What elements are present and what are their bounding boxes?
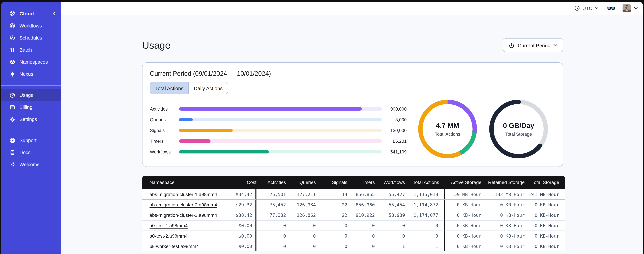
- namespace-link[interactable]: a0-test-2.a98mm4: [150, 233, 188, 238]
- cell-total_actions: 1: [405, 241, 445, 251]
- summary-donuts: 4.7 MM Total Actions 0 GB/Day Total Stor…: [418, 100, 548, 158]
- main-area: UTC: [61, 2, 643, 254]
- sidebar-item-nexus[interactable]: Nexus: [1, 68, 61, 80]
- bar-label: Timers: [150, 138, 179, 144]
- table-row: a0-test-1.a98mm4$0.000000000 KB-Hour0 KB…: [142, 220, 565, 230]
- cell-activities: 77,332: [256, 210, 286, 220]
- clock-icon: [574, 5, 580, 11]
- sidebar-item-label: Workflows: [20, 23, 42, 28]
- table-row: abs-migration-cluster-2.a98mm4$29.3275,4…: [142, 200, 565, 210]
- cell-cost: $0.00: [222, 220, 256, 230]
- bar-value: 5,000: [382, 117, 407, 122]
- namespace-link[interactable]: abs-migration-cluster-3.a98mm4: [150, 212, 217, 218]
- stopwatch-icon: [509, 42, 515, 48]
- cell-queries: 0: [286, 241, 316, 251]
- timezone-selector[interactable]: UTC: [574, 5, 598, 11]
- bar-row-timers: Timers 85,201: [150, 136, 407, 146]
- cell-signals: 22: [316, 200, 347, 210]
- table-row: abs-migration-cluster-1.a98mm4$34.4275,5…: [142, 189, 565, 200]
- cell-activities: 75,452: [256, 200, 286, 210]
- sidebar-item-billing[interactable]: Billing: [1, 101, 61, 113]
- donut-value: 4.7 MM: [436, 122, 459, 130]
- usage-icon: [10, 92, 16, 98]
- col-header-queries: Queries: [286, 176, 316, 189]
- usage-table: NamespaceCostActivitiesQueriesSignalsTim…: [142, 176, 563, 251]
- schedules-icon: [10, 35, 16, 41]
- col-header-workflows: Workflows: [375, 176, 405, 189]
- billing-icon: [10, 104, 16, 110]
- cell-namespace: abs-migration-cluster-2.a98mm4: [142, 200, 222, 210]
- usage-summary-card: Current Period (09/01/2024 — 10/01/2024)…: [142, 62, 563, 167]
- collapse-sidebar-icon[interactable]: [52, 11, 57, 16]
- app-window: Cloud Workflows Schedules Batch Namespac…: [1, 2, 643, 254]
- card-title: Current Period (09/01/2024 — 10/01/2024): [150, 70, 556, 78]
- cell-activities: 75,501: [256, 189, 286, 200]
- cell-cost: $0.00: [222, 241, 256, 251]
- glasses-icon: [607, 6, 615, 10]
- sidebar-item-label: Namespaces: [20, 59, 48, 65]
- sidebar-item-label: Batch: [20, 47, 32, 52]
- donut-value: 0 GB/Day: [503, 122, 534, 130]
- bar-fill: [179, 140, 210, 143]
- cell-queries: 0: [286, 230, 316, 241]
- cell-retained_storage: 0 KB-Hour: [482, 230, 525, 241]
- sidebar-item-settings[interactable]: Settings: [1, 113, 61, 125]
- cell-workflows: 55,427: [375, 189, 405, 200]
- period-selector-label: Current Period: [518, 42, 550, 48]
- cell-timers: 910,922: [347, 210, 375, 220]
- namespace-link[interactable]: bk-worker-test.a98mm4: [150, 244, 199, 249]
- actions-bar-chart: Activities 900,000 Queries 5,000 Signals…: [150, 104, 407, 158]
- col-header-active_storage: Active Storage: [445, 176, 482, 189]
- sidebar-item-label: Welcome: [20, 162, 40, 167]
- sidebar-item-batch[interactable]: Batch: [1, 44, 61, 56]
- sidebar-item-support[interactable]: Support: [1, 134, 61, 146]
- chevron-down-icon: [634, 7, 638, 10]
- sidebar-item-namespaces[interactable]: Namespaces: [1, 56, 61, 68]
- period-selector-button[interactable]: Current Period: [503, 38, 563, 52]
- bar-fill: [179, 118, 193, 121]
- sidebar-item-docs[interactable]: Docs: [1, 146, 61, 158]
- cell-timers: 0: [347, 220, 375, 230]
- sidebar-item-label: Schedules: [20, 35, 42, 40]
- col-header-retained_storage: Retained Storage: [482, 176, 525, 189]
- namespace-usage-table: NamespaceCostActivitiesQueriesSignalsTim…: [142, 176, 565, 251]
- chevron-down-icon: [554, 44, 558, 46]
- bar-track: [179, 107, 382, 110]
- sidebar-item-workflows[interactable]: Workflows: [1, 20, 61, 32]
- table-row: bk-worker-test.a98mm4$0.000000110 KB-Hou…: [142, 241, 565, 251]
- total-actions-donut: 4.7 MM Total Actions: [418, 100, 477, 158]
- sidebar-item-welcome[interactable]: Welcome: [1, 158, 61, 170]
- cell-active_storage: 59 MB-Hour: [445, 189, 482, 200]
- cell-active_storage: 0 KB-Hour: [445, 230, 482, 241]
- cell-signals: 0: [316, 241, 347, 251]
- sidebar-item-label: Billing: [20, 104, 32, 110]
- cell-signals: 0: [316, 220, 347, 230]
- cell-namespace: bk-worker-test.a98mm4: [142, 241, 222, 251]
- cell-total_actions: 1,174,077: [405, 210, 445, 220]
- cell-timers: 856,960: [347, 200, 375, 210]
- account-menu[interactable]: [622, 4, 638, 12]
- bar-row-activities: Activities 900,000: [150, 104, 407, 114]
- sidebar-divider: [1, 86, 61, 86]
- bar-track: [179, 129, 382, 132]
- bar-row-signals: Signals 130,000: [150, 125, 407, 136]
- tab-daily-actions[interactable]: Daily Actions: [188, 82, 228, 94]
- tab-total-actions[interactable]: Total Actions: [150, 82, 188, 94]
- col-header-total_actions: Total Actions: [405, 176, 445, 189]
- cell-queries: 0: [286, 220, 316, 230]
- cell-queries: 126,984: [286, 200, 316, 210]
- labs-glasses-button[interactable]: [607, 6, 615, 10]
- namespace-link[interactable]: a0-test-1.a98mm4: [150, 223, 188, 228]
- col-header-cost: Cost: [222, 176, 256, 189]
- namespace-link[interactable]: abs-migration-cluster-1.a98mm4: [150, 192, 217, 197]
- sidebar-item-schedules[interactable]: Schedules: [1, 32, 61, 44]
- namespace-link[interactable]: abs-migration-cluster-2.a98mm4: [150, 202, 217, 208]
- donut-label: Total Actions: [435, 132, 460, 136]
- settings-icon: [10, 116, 16, 122]
- docs-icon: [10, 150, 16, 156]
- cell-signals: 0: [316, 230, 347, 241]
- sidebar-item-usage[interactable]: Usage: [1, 89, 61, 101]
- support-icon: [10, 138, 16, 144]
- cell-active_storage: 0 KB-Hour: [445, 200, 482, 210]
- bar-value: 85,201: [382, 138, 407, 144]
